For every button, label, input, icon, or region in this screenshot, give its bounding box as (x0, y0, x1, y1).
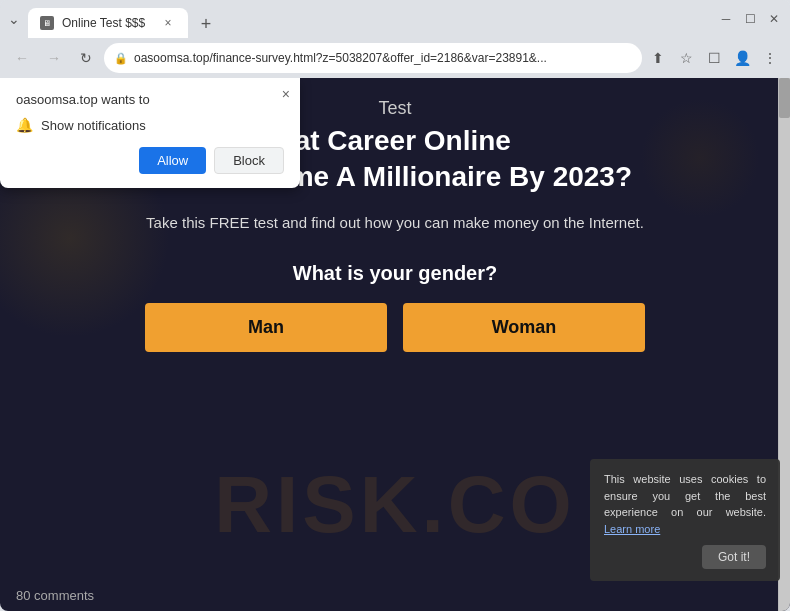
extensions-icon[interactable]: ☐ (702, 46, 726, 70)
reload-button[interactable]: ↻ (72, 44, 100, 72)
new-tab-button[interactable]: + (192, 10, 220, 38)
tab-bar: 🖥 Online Test $$$ × + (28, 0, 702, 38)
active-tab[interactable]: 🖥 Online Test $$$ × (28, 8, 188, 38)
restore-button[interactable]: ☐ (742, 11, 758, 27)
nav-actions: ⬆ ☆ ☐ 👤 ⋮ (646, 46, 782, 70)
address-bar[interactable]: 🔒 oasoomsa.top/finance-survey.html?z=503… (104, 43, 642, 73)
man-button[interactable]: Man (145, 303, 387, 352)
heading-line1: eat Career Online (279, 125, 511, 156)
page-subtext: Take this FREE test and find out how you… (146, 212, 644, 235)
window-controls-right: ─ ☐ ✕ (718, 11, 782, 27)
notification-action-buttons: Allow Block (16, 147, 284, 174)
forward-button[interactable]: → (40, 44, 68, 72)
lock-icon: 🔒 (114, 52, 128, 65)
tab-close-button[interactable]: × (160, 15, 176, 31)
back-button[interactable]: ← (8, 44, 36, 72)
share-icon[interactable]: ⬆ (646, 46, 670, 70)
close-button[interactable]: ✕ (766, 11, 782, 27)
woman-button[interactable]: Woman (403, 303, 645, 352)
page-footer: 80 comments (16, 588, 94, 603)
menu-icon[interactable]: ⋮ (758, 46, 782, 70)
notification-close-button[interactable]: × (282, 86, 290, 102)
notification-bell-row: 🔔 Show notifications (16, 117, 284, 133)
nav-bar: ← → ↻ 🔒 oasoomsa.top/finance-survey.html… (0, 38, 790, 78)
watermark: RISK.CO (214, 459, 575, 551)
cookie-popup: This website uses cookies to ensure you … (590, 459, 780, 581)
window-controls-left: ⌄ (8, 11, 20, 27)
chevron-down-icon[interactable]: ⌄ (8, 11, 20, 27)
gender-question: What is your gender? (293, 262, 497, 285)
allow-button[interactable]: Allow (139, 147, 206, 174)
bookmark-icon[interactable]: ☆ (674, 46, 698, 70)
notification-bell-text: Show notifications (41, 118, 146, 133)
page-title-small: Test (378, 98, 411, 119)
address-text: oasoomsa.top/finance-survey.html?z=50382… (134, 51, 632, 65)
scrollbar-thumb[interactable] (779, 78, 790, 118)
page-content: RISK.CO Test eat Career Online And Becom… (0, 78, 790, 611)
profile-icon[interactable]: 👤 (730, 46, 754, 70)
deco-circle-right (640, 98, 760, 218)
bell-icon: 🔔 (16, 117, 33, 133)
cookie-text: This website uses cookies to ensure you … (604, 473, 766, 518)
browser-window: ⌄ 🖥 Online Test $$$ × + ─ ☐ ✕ ← → ↻ 🔒 oa… (0, 0, 790, 611)
minimize-button[interactable]: ─ (718, 11, 734, 27)
notification-title: oasoomsa.top wants to (16, 92, 284, 107)
title-bar: ⌄ 🖥 Online Test $$$ × + ─ ☐ ✕ (0, 0, 790, 38)
notification-popup: × oasoomsa.top wants to 🔔 Show notificat… (0, 78, 300, 188)
gender-buttons: Man Woman (145, 303, 645, 352)
cookie-learn-more-link[interactable]: Learn more (604, 523, 660, 535)
block-button[interactable]: Block (214, 147, 284, 174)
tab-favicon: 🖥 (40, 16, 54, 30)
tab-title: Online Test $$$ (62, 16, 145, 30)
cookie-got-it-button[interactable]: Got it! (702, 545, 766, 569)
